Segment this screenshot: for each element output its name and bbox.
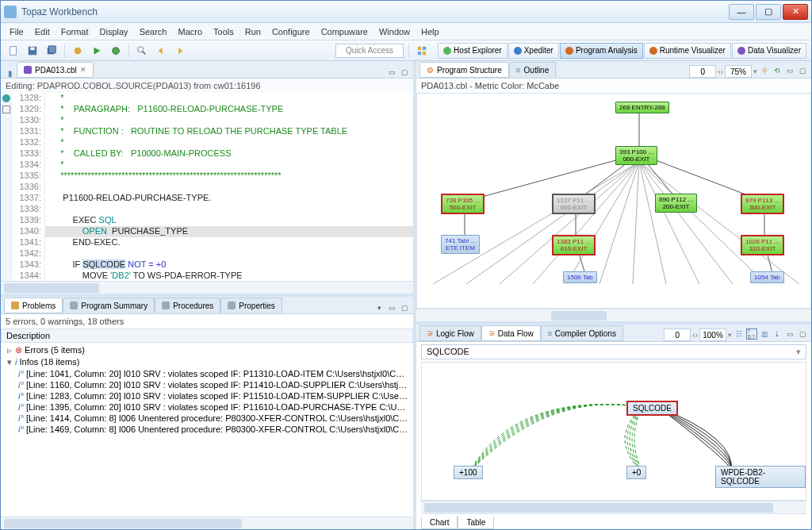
- maximize-pane-icon[interactable]: ▢: [797, 328, 808, 340]
- graph-node[interactable]: 890 P112 ...200-EXIT: [655, 194, 697, 213]
- menu-run[interactable]: Run: [239, 25, 266, 38]
- search-icon[interactable]: [134, 43, 150, 59]
- graph-node[interactable]: 1054 Tab: [750, 271, 784, 283]
- menu-macro[interactable]: Macro: [172, 25, 208, 38]
- nav-back-icon[interactable]: [153, 43, 169, 59]
- minimize-button[interactable]: —: [729, 4, 754, 20]
- minimize-pane-icon[interactable]: ▭: [784, 328, 795, 340]
- dataflow-search[interactable]: SQLCODE▾: [421, 344, 806, 359]
- close-button[interactable]: ✕: [783, 4, 808, 20]
- run-icon[interactable]: [89, 43, 105, 59]
- maximize-button[interactable]: ▢: [756, 4, 781, 20]
- problem-item[interactable]: i° [Line: 1160, Column: 20] I010 SRV : v…: [2, 379, 412, 390]
- perspective-program-analysis[interactable]: Program Analysis: [560, 43, 643, 59]
- problem-item[interactable]: i° [Line: 1414, Column: 8] I006 Unentere…: [2, 413, 412, 424]
- host-connections-icon[interactable]: ▮: [8, 69, 13, 78]
- problem-item[interactable]: i° [Line: 1395, Column: 20] I010 SRV : v…: [2, 401, 412, 413]
- minimize-pane-icon[interactable]: ▭: [386, 302, 397, 313]
- filter-icon[interactable]: ⚲: [759, 65, 770, 76]
- graph-h-scrollbar[interactable]: [416, 309, 811, 321]
- svg-rect-13: [423, 46, 426, 49]
- flow-node[interactable]: SQLCODE: [626, 401, 678, 416]
- tab-data-flow[interactable]: ⚞Data Flow: [481, 325, 541, 341]
- tab-program-structure[interactable]: ⚙ Program Structure: [419, 62, 509, 78]
- perspective-xpediter[interactable]: Xpediter: [508, 43, 559, 59]
- zoom-index[interactable]: [689, 65, 716, 78]
- menu-search[interactable]: Search: [134, 25, 173, 38]
- flow-node[interactable]: +100: [454, 466, 483, 479]
- perspective-runtime-visualizer[interactable]: Runtime Visualizer: [644, 43, 731, 59]
- flow-zoom-percent[interactable]: [699, 328, 726, 341]
- flow-node[interactable]: +0: [626, 466, 646, 479]
- tab-compiler-options[interactable]: ≡Compiler Options: [541, 325, 623, 341]
- minimize-pane-icon[interactable]: ▭: [784, 65, 795, 76]
- graph-node[interactable]: 1337 P11 ...600-EXIT: [552, 194, 596, 214]
- code-content[interactable]: * * PARAGRAPH: P11600-RELOAD-PURCHASE-TY…: [45, 93, 413, 281]
- menu-tools[interactable]: Tools: [208, 25, 239, 38]
- menu-edit[interactable]: Edit: [29, 25, 56, 38]
- save-icon[interactable]: [25, 43, 40, 59]
- graph-node[interactable]: 393 P100 ...000-EXIT: [615, 146, 657, 165]
- minimize-pane-icon[interactable]: ▭: [386, 67, 397, 78]
- debug-icon[interactable]: [108, 43, 124, 59]
- problem-item[interactable]: i° [Line: 1041, Column: 20] I010 SRV : v…: [2, 368, 412, 379]
- expand-icon[interactable]: ▥: [759, 328, 770, 340]
- menu-format[interactable]: Format: [56, 25, 94, 38]
- problem-item[interactable]: i° [Line: 1283, Column: 20] I010 SRV : v…: [2, 390, 412, 401]
- flow-node[interactable]: WPDE-DB2-SQLCODE: [715, 466, 806, 488]
- problems-tree[interactable]: ▹⊗ Errors (5 items)▾i Infos (18 items)i°…: [1, 343, 413, 517]
- build-icon[interactable]: [70, 43, 86, 59]
- editor-tab[interactable]: PDA013.cbl ✕: [17, 62, 94, 78]
- editor[interactable]: 1328:1329:1330:1331:1332:1333:1334:1335:…: [1, 93, 413, 281]
- close-tab-icon[interactable]: ✕: [80, 66, 86, 74]
- problems-h-scrollbar[interactable]: [1, 517, 413, 529]
- menu-display[interactable]: Display: [94, 25, 134, 38]
- menu-help[interactable]: Help: [416, 25, 445, 38]
- chevron-down-icon[interactable]: ▾: [796, 347, 801, 357]
- refresh-icon[interactable]: ⟲: [772, 65, 783, 76]
- layout-icon[interactable]: ☷: [733, 328, 745, 340]
- flow-h-scrollbar[interactable]: [421, 501, 806, 513]
- editor-h-scrollbar[interactable]: [1, 281, 413, 294]
- perspective-data-visualizer[interactable]: Data Visualizer: [732, 43, 806, 59]
- tab-problems[interactable]: Problems: [4, 298, 63, 313]
- tab-program-summary[interactable]: Program Summary: [63, 298, 155, 313]
- graph-node[interactable]: 1383 P11 ...610-EXIT: [552, 235, 596, 255]
- maximize-pane-icon[interactable]: ▢: [399, 67, 410, 78]
- graph-node[interactable]: 1028 P11 ...310-EXIT: [741, 235, 784, 255]
- menu-window[interactable]: Window: [373, 25, 416, 38]
- svg-rect-2: [30, 47, 34, 50]
- tab-properties[interactable]: Properties: [220, 298, 282, 313]
- maximize-pane-icon[interactable]: ▢: [399, 302, 410, 313]
- open-perspective-icon[interactable]: [414, 43, 430, 59]
- nav-fwd-icon[interactable]: [172, 43, 188, 59]
- graph-node[interactable]: 268 ENTRY-268: [615, 102, 669, 113]
- new-icon[interactable]: [6, 43, 21, 59]
- graph-node[interactable]: 738 P105 ...500-EXIT: [441, 194, 485, 214]
- filter-icon[interactable]: ?⇅?: [746, 328, 757, 340]
- quick-access-field[interactable]: Quick Access: [335, 44, 404, 58]
- graph-node[interactable]: 1506 Tab: [563, 271, 597, 283]
- tab-outline[interactable]: ≡ Outline: [509, 62, 557, 78]
- problem-item[interactable]: i° [Line: 1469, Column: 8] I006 Unentere…: [2, 424, 412, 435]
- perspective-host-explorer[interactable]: Host Explorer: [438, 43, 508, 59]
- tab-table[interactable]: Table: [458, 517, 494, 529]
- save-all-icon[interactable]: [44, 43, 59, 59]
- zoom-percent[interactable]: [725, 65, 752, 78]
- menu-file[interactable]: File: [4, 25, 29, 38]
- maximize-pane-icon[interactable]: ▢: [797, 65, 808, 76]
- outline-icon: ≡: [516, 66, 521, 75]
- dataflow-canvas[interactable]: SQLCODE+100+0WPDE-DB2-SQLCODE: [421, 362, 806, 501]
- export-icon[interactable]: ⤓: [772, 328, 783, 340]
- graph-node[interactable]: 741 Tabl ...ETE ITEM: [441, 235, 480, 254]
- view-menu-icon[interactable]: ▾: [373, 302, 385, 313]
- flow-zoom-index[interactable]: [664, 328, 691, 341]
- tab-chart[interactable]: Chart: [421, 517, 458, 529]
- tab-procedures[interactable]: Procedures: [155, 298, 220, 313]
- problems-column-header[interactable]: Description: [1, 328, 413, 343]
- menu-configure[interactable]: Configure: [266, 25, 316, 38]
- menu-compuware[interactable]: Compuware: [316, 25, 373, 38]
- tab-logic-flow[interactable]: ⚞Logic Flow: [419, 325, 481, 341]
- graph-node[interactable]: 979 P113 ...300-EXIT: [741, 194, 784, 214]
- structure-graph[interactable]: 268 ENTRY-268393 P100 ...000-EXIT738 P10…: [416, 93, 811, 309]
